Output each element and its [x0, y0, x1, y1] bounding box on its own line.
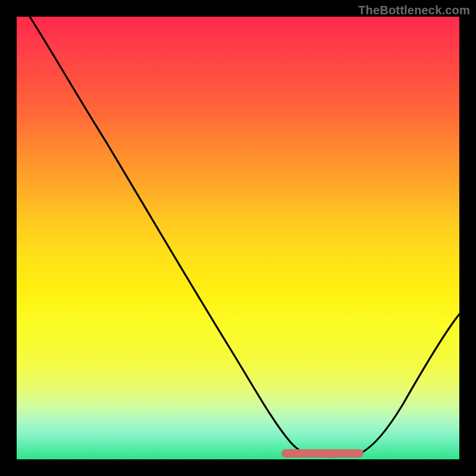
curve-svg: [17, 17, 459, 459]
chart-container: TheBottleneck.com: [0, 0, 476, 476]
plot-area: [17, 17, 459, 459]
bottleneck-curve: [30, 17, 459, 457]
watermark-text: TheBottleneck.com: [358, 4, 470, 17]
